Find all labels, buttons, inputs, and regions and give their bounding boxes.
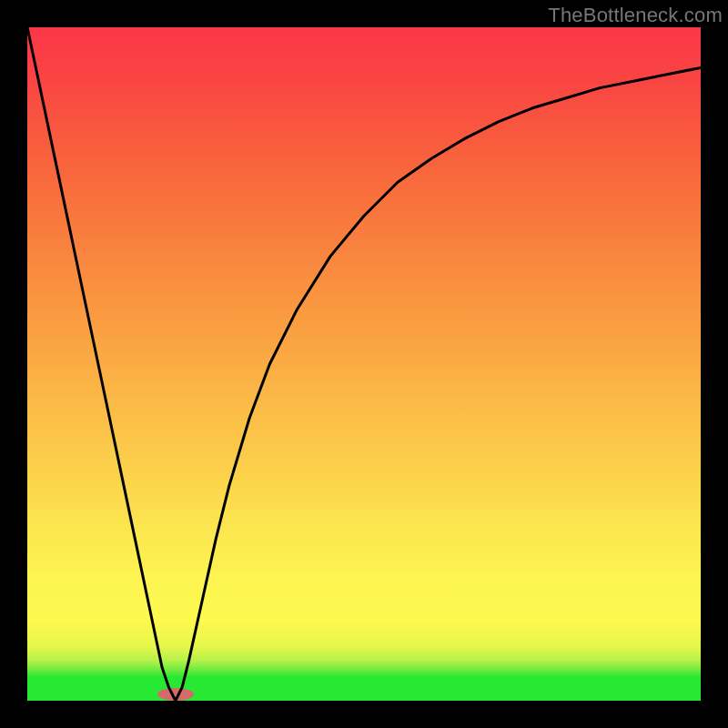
plot-area — [27, 27, 701, 701]
curve-path — [27, 27, 701, 701]
watermark-text: TheBottleneck.com — [548, 4, 723, 27]
chart-frame: TheBottleneck.com — [0, 0, 728, 728]
bottleneck-curve — [27, 27, 701, 701]
